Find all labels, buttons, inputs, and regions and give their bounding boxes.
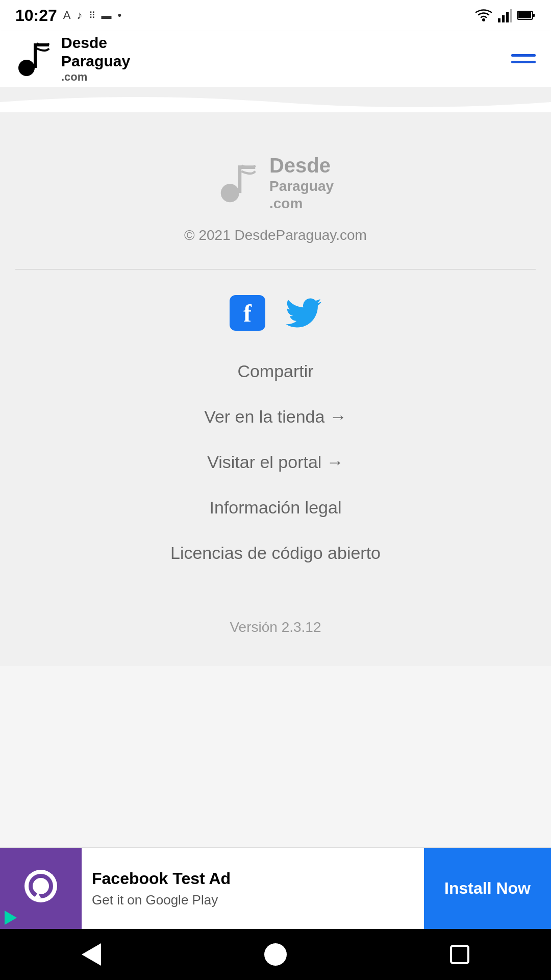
status-icon-sd: ▬	[102, 10, 112, 21]
center-logo: Desde Paraguay .com	[217, 153, 334, 212]
status-icon-dot: •	[118, 9, 122, 22]
twitter-icon[interactable]	[286, 295, 321, 331]
logo-text: Desde Paraguay .com	[61, 34, 130, 84]
social-icons: f	[230, 295, 321, 331]
recents-button[interactable]	[450, 945, 469, 964]
menu-item-portal[interactable]: Visitar el portal →	[207, 452, 344, 472]
logo-area: Desde Paraguay .com	[15, 34, 130, 84]
svg-rect-7	[518, 12, 531, 18]
status-bar: 10:27 A ♪ ⠿ ▬ •	[0, 0, 551, 31]
svg-point-0	[482, 18, 485, 21]
svg-rect-9	[34, 43, 37, 68]
bottom-navigation	[0, 929, 551, 980]
svg-point-16	[33, 878, 49, 894]
ad-title: Facebook Test Ad	[92, 869, 414, 888]
svg-rect-1	[498, 18, 500, 22]
main-content: Desde Paraguay .com © 2021 DesdeParaguay…	[0, 112, 551, 666]
ad-text-area: Facebook Test Ad Get it on Google Play	[82, 869, 424, 908]
status-icon-music: ♪	[77, 9, 83, 22]
svg-rect-6	[533, 14, 535, 17]
copyright-text: © 2021 DesdeParaguay.com	[184, 227, 367, 243]
ad-icon-area	[0, 848, 82, 929]
svg-rect-12	[238, 165, 241, 193]
svg-point-8	[18, 60, 35, 76]
svg-marker-17	[5, 911, 17, 925]
version-text: Versión 2.3.12	[230, 619, 321, 635]
battery-icon	[517, 10, 536, 20]
svg-rect-2	[502, 15, 505, 22]
menu-item-tienda[interactable]: Ver en la tienda →	[204, 407, 347, 427]
svg-point-11	[221, 184, 239, 202]
center-logo-text: Desde Paraguay .com	[269, 153, 334, 212]
status-icon-a: A	[63, 9, 71, 22]
play-store-badge	[4, 910, 19, 925]
divider	[15, 269, 536, 270]
hamburger-menu-button[interactable]	[511, 54, 536, 63]
top-navigation: Desde Paraguay .com	[0, 31, 551, 87]
ad-subtitle: Get it on Google Play	[92, 892, 414, 908]
home-button[interactable]	[264, 943, 287, 966]
menu-item-compartir[interactable]: Compartir	[237, 361, 313, 381]
facebook-icon[interactable]: f	[230, 295, 265, 331]
ad-install-button[interactable]: Install Now	[424, 848, 551, 929]
menu-item-legal[interactable]: Información legal	[210, 498, 342, 518]
center-logo-icon	[217, 160, 263, 206]
wifi-icon	[474, 9, 493, 22]
logo-music-icon	[15, 38, 56, 79]
signal-icon	[498, 8, 512, 22]
wave-separator	[0, 87, 551, 112]
svg-rect-4	[510, 9, 512, 22]
ad-app-icon	[15, 863, 66, 914]
status-icon-dots: ⠿	[89, 10, 95, 21]
status-right-icons	[474, 8, 536, 22]
time-display: 10:27	[15, 6, 57, 25]
svg-rect-3	[506, 12, 509, 22]
back-button[interactable]	[82, 943, 101, 966]
menu-item-licencias[interactable]: Licencias de código abierto	[170, 543, 381, 563]
status-left-icons: 10:27 A ♪ ⠿ ▬ •	[15, 6, 121, 25]
ad-banner: Facebook Test Ad Get it on Google Play I…	[0, 847, 551, 929]
